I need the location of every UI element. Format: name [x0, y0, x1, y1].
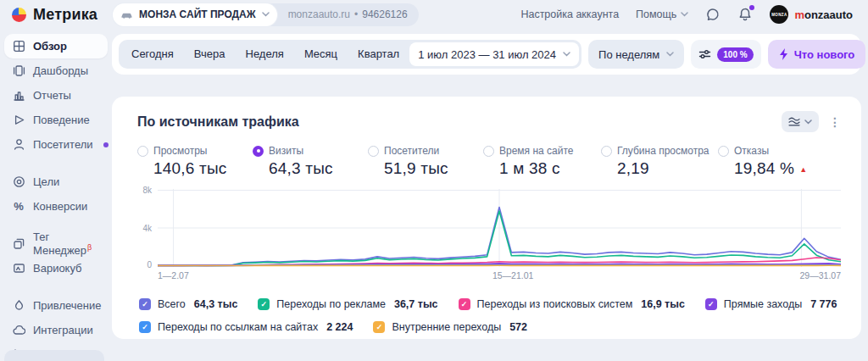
- period-quarter-button[interactable]: Квартал: [348, 42, 409, 66]
- sidebar-bottom-pill: [4, 350, 104, 361]
- metric-selector-row: Просмотры 140,6 тыс Визиты 64,3 тыс Посе…: [137, 145, 841, 178]
- line-chart-plot[interactable]: [158, 189, 841, 267]
- chevron-down-icon: [681, 12, 688, 17]
- metrica-logo-icon: [12, 8, 26, 22]
- date-range-picker[interactable]: 1 июл 2023 — 31 июл 2024: [409, 42, 579, 66]
- sidebar-divider: [4, 219, 108, 231]
- metric-depth[interactable]: Глубина просмотра 2,19: [601, 145, 718, 178]
- site-favicon-car-icon: [120, 10, 133, 19]
- beta-badge: β: [87, 243, 92, 252]
- legend-item-internal-traffic[interactable]: ✓ Внутренние переходы 572: [373, 321, 527, 333]
- metric-users[interactable]: Посетители 51,9 тыс: [368, 145, 483, 178]
- variocube-icon: [12, 262, 25, 275]
- dashboards-icon: [12, 64, 25, 78]
- metric-bounce-rate[interactable]: Отказы 19,84 %▲: [718, 145, 833, 178]
- radio-icon[interactable]: [253, 146, 264, 157]
- counter-dropdown[interactable]: МОНЗА САЙТ ПРОДАЖ: [113, 3, 277, 26]
- period-month-button[interactable]: Месяц: [294, 42, 348, 66]
- chart-zone: 8k 4k 0: [137, 189, 841, 267]
- period-week-button[interactable]: Неделя: [236, 42, 294, 66]
- overview-grid-icon: [12, 40, 25, 53]
- period-yesterday-button[interactable]: Вчера: [184, 42, 236, 66]
- legend-item-search-traffic[interactable]: ✓ Переходы из поисковых систем 16,9 тыс: [459, 298, 685, 310]
- legend-item-total[interactable]: ✓ Всего 64,3 тыс: [139, 298, 237, 310]
- sidebar-item-integrations[interactable]: Интеграции: [4, 318, 108, 342]
- legend-item-link-traffic[interactable]: ✓ Переходы по ссылкам на сайтах 2 224: [139, 321, 353, 333]
- period-today-button[interactable]: Сегодня: [121, 42, 184, 66]
- chart-legend: ✓ Всего 64,3 тыс ✓ Переходы по рекламе 3…: [137, 292, 841, 338]
- sidebar-nav: Обзор Дашборды Отчеты Поведение Посетите…: [0, 29, 112, 361]
- counter-id: 94626126: [362, 8, 407, 20]
- checkbox-checked-icon[interactable]: ✓: [258, 298, 270, 310]
- play-icon: [12, 114, 25, 127]
- checkbox-checked-icon[interactable]: ✓: [459, 298, 470, 310]
- radio-icon[interactable]: [483, 146, 494, 157]
- card-title: По источникам трафика: [137, 114, 299, 130]
- sidebar-item-acquisition[interactable]: Привлечение: [4, 293, 108, 318]
- x-axis: 1—2.07 15—21.01 29—31.07: [158, 270, 841, 280]
- user-menu[interactable]: MONZA monzaauto: [770, 5, 853, 24]
- sidebar-item-behavior[interactable]: Поведение: [4, 108, 108, 132]
- top-header: Метрика МОНЗА САЙТ ПРОДАЖ monzaauto.ru •…: [0, 0, 868, 29]
- legend-item-direct-traffic[interactable]: ✓ Прямые заходы 7 776: [705, 298, 837, 310]
- separator-dot: •: [354, 8, 358, 20]
- chat-icon[interactable]: [705, 7, 721, 22]
- chevron-down-icon: [262, 12, 270, 17]
- toolbar-right: Что нового Добавить ⋮: [768, 40, 868, 69]
- cloud-icon: [12, 324, 25, 337]
- bar-chart-icon: [12, 89, 25, 103]
- counter-domain: monzaauto.ru: [288, 8, 350, 20]
- card-header: По источникам трафика ⋮: [137, 111, 841, 132]
- sidebar-item-variocube[interactable]: Вариокуб: [4, 256, 108, 280]
- account-settings-link[interactable]: Настройка аккаунта: [520, 8, 619, 20]
- metrica-logo[interactable]: Метрика: [12, 6, 97, 24]
- checkbox-checked-icon[interactable]: ✓: [139, 321, 151, 333]
- chevron-down-icon: [666, 52, 674, 57]
- checkbox-checked-icon[interactable]: ✓: [139, 298, 151, 310]
- notifications-bell-icon[interactable]: [737, 7, 753, 22]
- sampling-badge: 100 %: [717, 47, 753, 62]
- lightning-icon: [779, 48, 788, 60]
- checkbox-checked-icon[interactable]: ✓: [705, 298, 717, 310]
- whats-new-button[interactable]: Что нового: [768, 40, 866, 69]
- radio-icon[interactable]: [718, 146, 729, 157]
- app-name: Метрика: [33, 6, 97, 24]
- help-menu[interactable]: Помощь: [636, 8, 688, 20]
- header-right: Настройка аккаунта Помощь MONZA monzaaut…: [520, 5, 853, 24]
- metric-pageviews[interactable]: Просмотры 140,6 тыс: [137, 145, 253, 178]
- flame-icon: [12, 299, 25, 313]
- notification-dot: [749, 5, 754, 10]
- sidebar-item-overview[interactable]: Обзор: [4, 34, 108, 58]
- legend-item-ad-traffic[interactable]: ✓ Переходы по рекламе 36,7 тыс: [258, 298, 437, 310]
- radio-icon[interactable]: [368, 146, 379, 157]
- target-icon: [12, 175, 25, 189]
- traffic-chart: [158, 189, 841, 267]
- card-kebab-button[interactable]: ⋮: [829, 115, 841, 129]
- sidebar-divider: [4, 280, 108, 293]
- sampling-control[interactable]: 100 %: [691, 40, 760, 69]
- sidebar-item-tag-manager[interactable]: Тег Менеджерβ: [4, 231, 108, 256]
- metrica-overview-page: { "header": { "app_name": "Метрика", "co…: [0, 0, 868, 361]
- trend-up-icon: ▲: [799, 165, 807, 174]
- wave-lines-icon: [788, 116, 800, 127]
- sidebar-item-visitors[interactable]: Посетители: [4, 132, 108, 157]
- period-segmented-control: Сегодня Вчера Неделя Месяц Квартал 1 июл…: [119, 40, 581, 69]
- sidebar-item-dashboards[interactable]: Дашборды: [4, 58, 108, 83]
- sidebar-item-reports[interactable]: Отчеты: [4, 83, 108, 108]
- metric-visits[interactable]: Визиты 64,3 тыс: [253, 145, 368, 178]
- radio-icon[interactable]: [137, 146, 148, 157]
- chevron-down-icon: [804, 119, 812, 125]
- traffic-sources-card: По источникам трафика ⋮ Просмотры 140,6 …: [112, 97, 861, 339]
- counter-selector: МОНЗА САЙТ ПРОДАЖ monzaauto.ru • 9462612…: [113, 3, 419, 26]
- chart-type-dropdown[interactable]: [782, 111, 819, 132]
- radio-icon[interactable]: [601, 146, 612, 157]
- granularity-dropdown[interactable]: По неделям: [588, 40, 684, 69]
- card-controls: ⋮: [782, 111, 841, 132]
- sidebar-item-goals[interactable]: Цели: [4, 169, 108, 194]
- person-icon: [12, 138, 25, 152]
- user-name: monzaauto: [794, 8, 853, 21]
- metric-time-on-site[interactable]: Время на сайте 1 м 38 с: [483, 145, 601, 178]
- checkbox-checked-icon[interactable]: ✓: [373, 321, 385, 333]
- main-toolbar: Сегодня Вчера Неделя Месяц Квартал 1 июл…: [112, 34, 861, 75]
- sidebar-item-conversions[interactable]: % Конверсии: [4, 194, 108, 219]
